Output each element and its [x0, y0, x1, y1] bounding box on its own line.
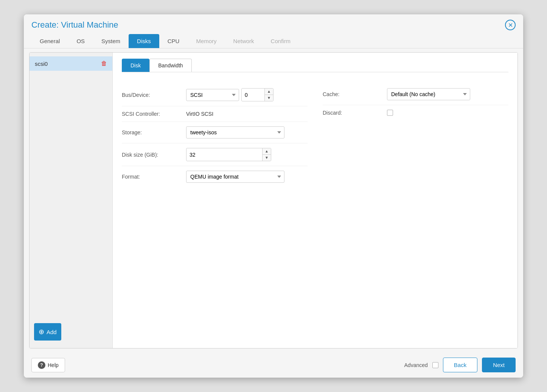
form-row-bus-device: Bus/Device: SCSI IDE SATA VirtIO 0: [122, 84, 308, 106]
dialog-footer: ? Help Advanced Back Next: [24, 352, 523, 378]
bus-select[interactable]: SCSI IDE SATA VirtIO: [186, 89, 239, 101]
form-row-scsi-controller: SCSI Controller: VirtIO SCSI: [122, 106, 308, 122]
next-button[interactable]: Next: [482, 358, 516, 372]
tabs-bar: General OS System Disks CPU Memory Netwo…: [24, 30, 523, 48]
disk-size-input[interactable]: 32: [186, 149, 262, 160]
sidebar-bottom: ⊕ Add: [30, 319, 112, 344]
bus-device-control: SCSI IDE SATA VirtIO 0 ▲ ▼: [186, 88, 308, 101]
storage-label: Storage:: [122, 129, 182, 135]
dialog-title: Create: Virtual Machine: [31, 20, 118, 30]
sub-tabs: Disk Bandwidth: [122, 59, 508, 72]
scsi-controller-label: SCSI Controller:: [122, 111, 182, 117]
disk-size-spinner: 32 ▲ ▼: [186, 148, 271, 161]
create-vm-dialog: Create: Virtual Machine ✕ General OS Sys…: [24, 14, 523, 378]
scsi-controller-static: VirtIO SCSI: [186, 111, 213, 117]
discard-checkbox[interactable]: [387, 110, 393, 116]
discard-control: [387, 110, 508, 116]
tab-disks[interactable]: Disks: [129, 34, 159, 48]
advanced-label: Advanced: [404, 362, 428, 368]
form-grid: Bus/Device: SCSI IDE SATA VirtIO 0: [122, 80, 508, 187]
sidebar-item-scsi0[interactable]: scsi0 🗑: [30, 56, 112, 71]
tab-general[interactable]: General: [31, 34, 68, 48]
tab-confirm: Confirm: [263, 34, 299, 48]
disk-size-down[interactable]: ▼: [263, 154, 271, 161]
disk-size-up[interactable]: ▲: [263, 148, 271, 154]
sub-tab-bandwidth[interactable]: Bandwidth: [149, 59, 191, 72]
disk-size-label: Disk size (GiB):: [122, 152, 182, 158]
form-left-column: Bus/Device: SCSI IDE SATA VirtIO 0: [122, 84, 308, 187]
add-button[interactable]: ⊕ Add: [34, 323, 61, 341]
format-label: Format:: [122, 174, 182, 180]
back-button[interactable]: Back: [443, 358, 477, 372]
form-right-column: Cache: Default (No cache) No cache Write…: [323, 84, 508, 187]
bus-device-label: Bus/Device:: [122, 92, 182, 98]
form-row-disk-size: Disk size (GiB): 32 ▲ ▼: [122, 143, 308, 166]
add-button-label: Add: [47, 329, 57, 335]
help-icon: ?: [38, 361, 45, 369]
device-number-input[interactable]: 0: [242, 89, 264, 101]
footer-left: ? Help: [31, 358, 65, 372]
spinner-buttons: ▲ ▼: [264, 89, 273, 101]
plus-icon: ⊕: [39, 328, 44, 336]
advanced-checkbox[interactable]: [432, 362, 438, 368]
cache-select[interactable]: Default (No cache) No cache Write throug…: [387, 88, 470, 100]
disk-size-spinner-buttons: ▲ ▼: [262, 148, 271, 161]
dialog-header: Create: Virtual Machine ✕: [24, 14, 523, 30]
storage-select[interactable]: tweety-isos local local-lvm: [186, 126, 284, 138]
sidebar: scsi0 🗑 ⊕ Add: [30, 53, 113, 348]
form-row-cache: Cache: Default (No cache) No cache Write…: [323, 84, 508, 105]
disk-size-control: 32 ▲ ▼: [186, 148, 308, 161]
device-number-spinner: 0 ▲ ▼: [241, 88, 274, 101]
spinner-up[interactable]: ▲: [265, 89, 273, 95]
tab-cpu[interactable]: CPU: [159, 34, 188, 48]
delete-icon[interactable]: 🗑: [101, 60, 107, 67]
dialog-body: scsi0 🗑 ⊕ Add Disk Bandwidth: [29, 52, 518, 348]
discard-label: Discard:: [323, 110, 383, 116]
main-content: Disk Bandwidth Bus/Device: SCSI IDE SATA: [113, 53, 517, 348]
sidebar-item-label: scsi0: [35, 61, 48, 67]
help-label: Help: [48, 362, 59, 368]
form-row-format: Format: QEMU image format Raw disk image…: [122, 166, 308, 187]
tab-network[interactable]: Network: [225, 34, 263, 48]
sub-tab-disk[interactable]: Disk: [122, 59, 149, 72]
close-button[interactable]: ✕: [505, 20, 516, 30]
storage-control: tweety-isos local local-lvm: [186, 126, 308, 138]
tab-memory[interactable]: Memory: [188, 34, 225, 48]
format-select[interactable]: QEMU image format Raw disk image VMware …: [186, 171, 284, 183]
form-row-storage: Storage: tweety-isos local local-lvm: [122, 122, 308, 143]
help-button[interactable]: ? Help: [31, 358, 65, 372]
scsi-controller-value: VirtIO SCSI: [186, 111, 308, 117]
cache-control: Default (No cache) No cache Write throug…: [387, 88, 508, 100]
format-control: QEMU image format Raw disk image VMware …: [186, 171, 308, 183]
footer-right: Advanced Back Next: [404, 358, 516, 372]
spinner-down[interactable]: ▼: [265, 95, 273, 101]
tab-os[interactable]: OS: [68, 34, 93, 48]
tab-system[interactable]: System: [93, 34, 129, 48]
form-row-discard: Discard:: [323, 105, 508, 120]
cache-label: Cache:: [323, 91, 383, 97]
